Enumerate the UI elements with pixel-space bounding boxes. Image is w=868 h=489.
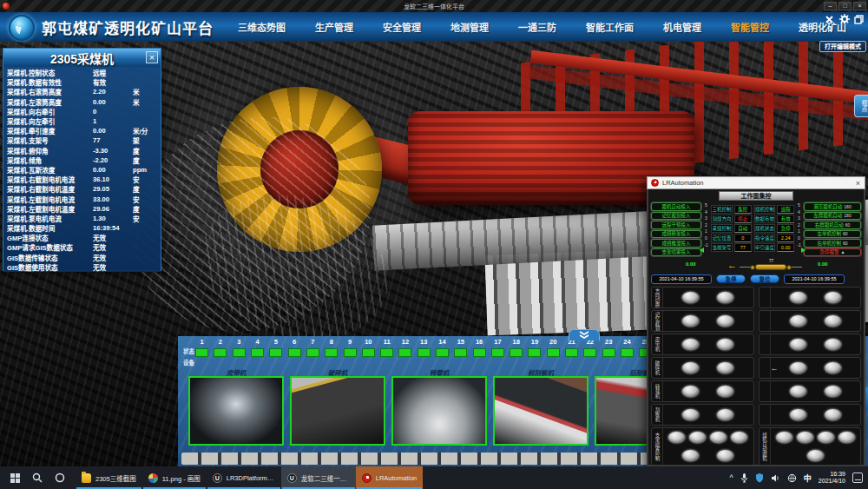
minimize-button[interactable]: – — [824, 2, 837, 10]
round-control-button[interactable] — [681, 291, 700, 304]
estop-button[interactable]: 急停 — [716, 274, 746, 283]
support-status-cell[interactable]: 22 — [581, 338, 599, 357]
round-control-button[interactable] — [716, 314, 734, 327]
support-status-cell[interactable]: 10 — [359, 338, 378, 357]
nav-menu-item[interactable]: 机电管理 — [663, 20, 701, 34]
support-status-cell[interactable]: 21 — [562, 338, 581, 357]
round-control-button[interactable] — [817, 431, 835, 444]
maximize-button[interactable]: □ — [838, 2, 852, 10]
restore-window-icon[interactable] — [853, 14, 865, 24]
mode-button[interactable]: 右群跟机自动 60 — [804, 221, 861, 229]
round-control-button[interactable] — [681, 314, 700, 327]
round-control-button[interactable] — [716, 291, 734, 304]
camera-video-thumbnail[interactable] — [188, 376, 284, 446]
mode-button[interactable]: 左单机控制 60 — [804, 230, 861, 239]
mode-button[interactable]: 支架喷雾投入 — [651, 248, 701, 257]
open-edit-mode-button[interactable]: 打开编辑模式 — [819, 41, 866, 52]
round-control-button[interactable] — [789, 314, 807, 327]
round-control-button[interactable] — [824, 291, 842, 304]
round-control-button[interactable] — [824, 408, 842, 421]
round-control-button[interactable] — [716, 385, 734, 398]
search-icon[interactable] — [32, 472, 43, 483]
support-status-cell[interactable]: 3 — [230, 338, 248, 357]
round-control-button[interactable] — [789, 291, 807, 304]
taskbar-clock[interactable]: 16:39 2021/4/10 — [819, 471, 845, 486]
support-status-cell[interactable]: 13 — [415, 338, 433, 357]
mode-button[interactable]: 急停报警 ▲ — [804, 248, 861, 257]
lrautomation-close-icon[interactable]: × — [856, 179, 860, 188]
camera-video-thumbnail[interactable] — [391, 376, 487, 446]
nav-menu-item[interactable]: 智能管控 — [731, 20, 769, 34]
support-status-cell[interactable]: 1 — [193, 338, 211, 357]
cortana-icon[interactable] — [55, 472, 65, 483]
taskbar-app-item[interactable]: 龙软二三维一体化... — [281, 466, 356, 489]
start-button[interactable] — [10, 473, 20, 483]
support-status-cell[interactable]: 7 — [304, 338, 322, 357]
taskbar-app-item[interactable]: 2305三维截图 — [76, 466, 142, 489]
network-globe-icon[interactable] — [787, 473, 797, 483]
support-status-cell[interactable]: 15 — [451, 338, 470, 357]
round-control-button[interactable] — [824, 361, 842, 374]
round-control-button[interactable] — [716, 338, 734, 351]
mode-button[interactable]: 成组推溜投入 — [651, 239, 701, 248]
round-control-button[interactable] — [667, 431, 686, 444]
close-button[interactable]: × — [853, 2, 866, 10]
camera-video-thumbnail[interactable] — [290, 376, 385, 446]
tools-icon[interactable] — [824, 14, 835, 24]
mode-button[interactable]: 右单机控制 60 — [804, 239, 861, 248]
strip-collapse-chevron[interactable] — [569, 329, 600, 340]
microphone-icon[interactable] — [740, 472, 748, 483]
round-control-button[interactable] — [806, 449, 825, 462]
camera-video-thumbnail[interactable] — [493, 376, 589, 446]
nav-menu-item[interactable]: 生产管理 — [315, 20, 353, 34]
taskbar-app-item[interactable]: 11.png - 画图 — [142, 466, 207, 489]
mode-button[interactable]: 成组移架投入 — [651, 230, 701, 239]
round-control-button[interactable] — [775, 431, 793, 444]
round-control-button[interactable] — [681, 361, 700, 374]
round-control-button[interactable] — [824, 338, 842, 351]
gear-icon[interactable] — [838, 14, 850, 24]
workface-control-tab[interactable]: 工作面集控 — [719, 191, 793, 201]
round-control-button[interactable] — [681, 385, 700, 398]
support-status-cell[interactable]: 14 — [433, 338, 451, 357]
panel-close-icon[interactable]: × — [146, 51, 158, 63]
nav-menu-item[interactable]: 地测管理 — [450, 20, 489, 34]
taskbar-app-item[interactable]: LR3DPlatform - U... — [207, 466, 281, 489]
round-control-button[interactable] — [681, 449, 700, 462]
support-status-cell[interactable]: 17 — [489, 338, 507, 357]
support-status-cell[interactable]: 19 — [525, 338, 543, 357]
round-control-button[interactable] — [789, 408, 807, 421]
support-status-cell[interactable]: 12 — [396, 338, 414, 357]
nav-menu-item[interactable]: 一通三防 — [518, 20, 556, 34]
defender-shield-icon[interactable] — [755, 472, 764, 483]
round-control-button[interactable] — [789, 338, 807, 351]
tray-chevron-up-icon[interactable]: ^ — [730, 473, 733, 482]
nav-menu-item[interactable]: 安全管理 — [383, 20, 421, 34]
round-control-button[interactable] — [681, 408, 700, 421]
support-status-cell[interactable]: 24 — [618, 338, 636, 357]
mode-button[interactable]: 液压跟机自动 180 — [804, 202, 861, 211]
round-control-button[interactable] — [688, 431, 707, 444]
mode-button[interactable]: 跟机自动投入 — [651, 202, 701, 211]
support-status-cell[interactable]: 23 — [600, 338, 618, 357]
speaker-icon[interactable] — [771, 473, 780, 483]
round-control-button[interactable] — [789, 385, 807, 398]
mode-button[interactable]: 远程干预投入 — [651, 221, 701, 229]
mode-button[interactable]: 左群跟机自动 180 — [804, 212, 861, 221]
round-control-button[interactable] — [789, 361, 807, 374]
support-status-cell[interactable]: 20 — [544, 338, 562, 357]
round-control-button[interactable] — [716, 449, 734, 462]
support-status-cell[interactable]: 9 — [340, 338, 358, 357]
support-status-cell[interactable]: 2 — [211, 338, 229, 357]
support-status-cell[interactable]: 5 — [266, 338, 285, 357]
mode-button[interactable]: 记忆截割投入 — [651, 212, 701, 221]
nav-menu-item[interactable]: 智能工作面 — [586, 20, 634, 34]
round-control-button[interactable] — [716, 408, 734, 421]
ime-indicator[interactable]: 中 — [804, 472, 812, 484]
support-status-cell[interactable]: 6 — [285, 338, 303, 357]
round-control-button[interactable] — [824, 385, 842, 398]
taskbar-app-item[interactable]: LRAutomation — [356, 466, 424, 489]
support-status-cell[interactable]: 11 — [378, 338, 396, 357]
support-status-cell[interactable]: 18 — [507, 338, 525, 357]
notification-center-icon[interactable] — [852, 472, 863, 483]
